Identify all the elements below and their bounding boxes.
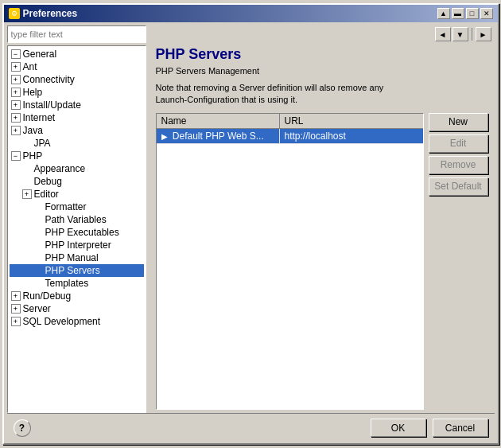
tree-item-label: Help bbox=[23, 87, 43, 98]
page-title: PHP Servers bbox=[150, 43, 495, 66]
tree-item-label: Internet bbox=[23, 112, 56, 123]
note-text: Note that removing a Server definition w… bbox=[150, 80, 495, 113]
tree-item-debug[interactable]: Debug bbox=[10, 175, 144, 188]
forward-button[interactable]: ► bbox=[476, 27, 491, 41]
col-name: Name bbox=[157, 114, 280, 128]
tree-item-label: Ant bbox=[23, 61, 37, 72]
table-row[interactable]: ▶ Default PHP Web S... http://localhost bbox=[157, 129, 423, 144]
main-area: type filter text −General+Ant+Connectivi… bbox=[7, 25, 495, 413]
tree-item-sql-development[interactable]: +SQL Development bbox=[10, 315, 144, 328]
expander-icon[interactable]: + bbox=[11, 100, 21, 110]
filter-input[interactable]: type filter text bbox=[7, 25, 146, 43]
expander-icon[interactable]: + bbox=[11, 317, 21, 326]
tree-item-connectivity[interactable]: +Connectivity bbox=[10, 73, 144, 86]
tree-item-php-manual[interactable]: PHP Manual bbox=[10, 251, 144, 264]
preferences-window: ⚙ Preferences ▲ ▬ □ ✕ type filter text −… bbox=[2, 3, 499, 445]
remove-button[interactable]: Remove bbox=[429, 156, 488, 174]
expander-icon[interactable]: + bbox=[22, 189, 32, 199]
tree-item-jpa[interactable]: JPA bbox=[10, 137, 144, 150]
tree-item-label: SQL Development bbox=[23, 316, 101, 327]
tree-item-label: General bbox=[23, 49, 57, 60]
tree-item-label: Templates bbox=[45, 278, 89, 289]
tree-item-php-executables[interactable]: PHP Executables bbox=[10, 226, 144, 239]
bottom-buttons: OK Cancel bbox=[371, 419, 488, 437]
tree-item-path-variables[interactable]: Path Variables bbox=[10, 213, 144, 226]
tree-item-label: Connectivity bbox=[23, 74, 75, 85]
window-title: Preferences bbox=[23, 8, 78, 19]
tree-item-editor[interactable]: +Editor bbox=[10, 188, 144, 201]
tree-item-appearance[interactable]: Appearance bbox=[10, 162, 144, 175]
table-header: Name URL bbox=[157, 114, 423, 129]
tree-item-java[interactable]: +Java bbox=[10, 124, 144, 137]
tree-item-label: Appearance bbox=[34, 163, 86, 174]
tree-item-label: PHP bbox=[23, 150, 43, 162]
tree-item-label: PHP Executables bbox=[45, 227, 119, 238]
help-button[interactable]: ? bbox=[14, 419, 31, 437]
expander-icon[interactable]: − bbox=[11, 49, 21, 59]
tree-item-server[interactable]: +Server bbox=[10, 302, 144, 315]
tree-item-help[interactable]: +Help bbox=[10, 86, 144, 99]
expander-icon[interactable]: + bbox=[11, 291, 21, 301]
back-button[interactable]: ◄ bbox=[435, 27, 451, 41]
tree-item-label: PHP Servers bbox=[45, 265, 100, 276]
page-subtitle: PHP Servers Management bbox=[150, 66, 495, 80]
left-panel: type filter text −General+Ant+Connectivi… bbox=[7, 25, 146, 413]
servers-table: Name URL ▶ Default PHP Web S... http://l… bbox=[156, 113, 424, 410]
tree-item-install-update[interactable]: +Install/Update bbox=[10, 99, 144, 111]
nav-separator bbox=[472, 28, 472, 41]
new-button[interactable]: New bbox=[429, 113, 488, 131]
tree-item-label: JPA bbox=[34, 138, 51, 149]
window-body: type filter text −General+Ant+Connectivi… bbox=[4, 22, 498, 443]
tree-item-label: Path Variables bbox=[45, 214, 107, 225]
tree-item-php[interactable]: −PHP bbox=[10, 150, 144, 162]
tree-item-label: Debug bbox=[34, 176, 62, 187]
server-icon: ▶ bbox=[161, 132, 168, 141]
cell-url: http://localhost bbox=[280, 129, 423, 143]
tree-item-ant[interactable]: +Ant bbox=[10, 60, 144, 73]
tree-item-php-servers[interactable]: PHP Servers bbox=[10, 264, 144, 277]
tree-item-general[interactable]: −General bbox=[10, 48, 144, 60]
tree-item-formatter[interactable]: Formatter bbox=[10, 201, 144, 213]
cancel-button[interactable]: Cancel bbox=[433, 419, 488, 437]
title-bar: ⚙ Preferences ▲ ▬ □ ✕ bbox=[4, 5, 498, 22]
tree-item-label: Install/Update bbox=[23, 99, 81, 111]
tree-item-label: PHP Interpreter bbox=[45, 240, 111, 251]
tree-item-templates[interactable]: Templates bbox=[10, 277, 144, 290]
expander-icon[interactable]: + bbox=[11, 62, 21, 72]
set-default-button[interactable]: Set Default bbox=[429, 177, 488, 196]
ok-button[interactable]: OK bbox=[371, 419, 426, 437]
cell-name: ▶ Default PHP Web S... bbox=[157, 129, 280, 143]
maximize-button[interactable]: □ bbox=[466, 8, 479, 19]
minimize-button[interactable]: ▲ bbox=[437, 8, 450, 19]
button-panel: New Edit Remove Set Default bbox=[429, 113, 488, 410]
tree-item-label: Server bbox=[23, 303, 51, 314]
expander-icon[interactable]: + bbox=[11, 126, 21, 135]
dropdown-button[interactable]: ▼ bbox=[452, 27, 468, 41]
tree-item-label: Run/Debug bbox=[23, 290, 72, 302]
col-url: URL bbox=[280, 114, 423, 128]
expander-icon[interactable]: + bbox=[11, 75, 21, 84]
nav-bar: ◄ ▼ ► bbox=[150, 25, 495, 43]
title-buttons: ▲ ▬ □ ✕ bbox=[437, 8, 493, 19]
bottom-bar: ? OK Cancel bbox=[7, 413, 495, 440]
tree-container: −General+Ant+Connectivity+Help+Install/U… bbox=[7, 45, 146, 413]
content-area: Name URL ▶ Default PHP Web S... http://l… bbox=[150, 113, 495, 413]
expander-icon[interactable]: + bbox=[11, 304, 21, 314]
tree-item-label: Formatter bbox=[45, 201, 87, 212]
window-icon: ⚙ bbox=[9, 8, 20, 19]
expander-icon[interactable]: + bbox=[11, 113, 21, 123]
tree-item-php-interpreter[interactable]: PHP Interpreter bbox=[10, 239, 144, 251]
restore-button[interactable]: ▬ bbox=[452, 8, 464, 19]
expander-icon[interactable]: + bbox=[11, 88, 21, 97]
title-bar-left: ⚙ Preferences bbox=[9, 8, 78, 19]
close-button[interactable]: ✕ bbox=[480, 8, 493, 19]
tree-item-label: Java bbox=[23, 125, 43, 136]
tree-item-run-debug[interactable]: +Run/Debug bbox=[10, 290, 144, 302]
edit-button[interactable]: Edit bbox=[429, 134, 488, 153]
tree-item-internet[interactable]: +Internet bbox=[10, 111, 144, 124]
right-panel: ◄ ▼ ► PHP Servers PHP Servers Management… bbox=[150, 25, 495, 413]
tree-item-label: Editor bbox=[34, 189, 59, 200]
expander-icon[interactable]: − bbox=[11, 151, 21, 161]
tree-item-label: PHP Manual bbox=[45, 252, 99, 263]
